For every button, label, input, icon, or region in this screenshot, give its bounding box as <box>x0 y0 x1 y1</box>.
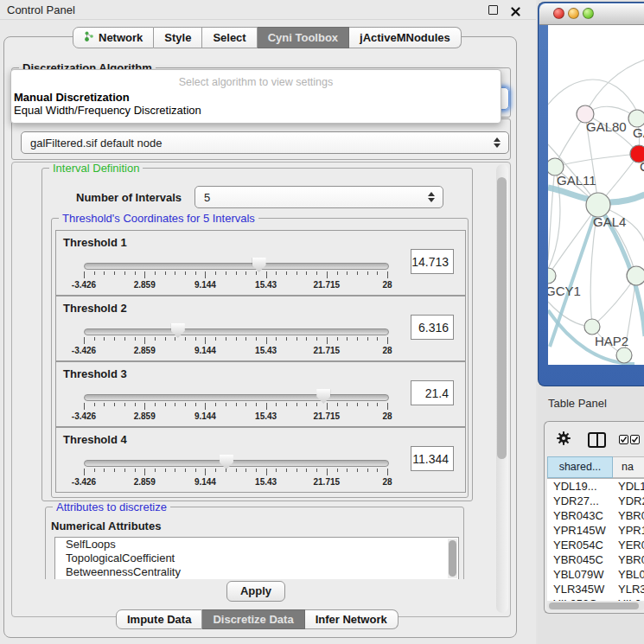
table-row[interactable]: YPR145WYPR1 <box>547 523 644 538</box>
horizontal-scrollbar[interactable] <box>547 602 644 610</box>
network-node-gcy1[interactable] <box>548 268 556 284</box>
dropdown-placeholder-option[interactable]: Select algorithm to view settings <box>11 76 501 88</box>
table-row[interactable]: YDR27...YDR2 <box>547 494 644 508</box>
cell-name[interactable]: YLR3 <box>613 582 644 596</box>
group-title: Attributes to discretize <box>53 501 170 513</box>
table-row[interactable]: YBR045CYBR0 <box>547 552 644 567</box>
cell-name[interactable]: YDL1 <box>613 479 644 494</box>
threshold-value-field[interactable]: 6.316 <box>411 315 454 340</box>
network-canvas[interactable]: GAL80GACGAL11GAL4GCY1HHAP2 <box>548 25 644 365</box>
dropdown-option[interactable]: Manual Discretization <box>11 91 501 104</box>
cell-name[interactable]: YER0 <box>613 538 644 552</box>
tab-style[interactable]: Style <box>154 27 202 48</box>
slider-track[interactable] <box>84 460 389 467</box>
tab-impute-data[interactable]: Impute Data <box>116 609 202 629</box>
apply-button[interactable]: Apply <box>226 581 285 602</box>
gear-icon[interactable] <box>557 431 571 449</box>
close-icon[interactable] <box>511 4 520 14</box>
slider-track[interactable] <box>84 394 389 401</box>
cell-shared-name[interactable]: YLR345W <box>547 582 613 596</box>
slider-thumb[interactable] <box>171 323 185 338</box>
list-scrollbar-thumb[interactable] <box>449 540 456 577</box>
cell-name[interactable]: YBL0 <box>613 567 644 582</box>
cell-shared-name[interactable]: YBR045C <box>547 552 613 567</box>
slider-tick-labels: -3.4262.8599.14415.4321.71528 <box>84 411 387 422</box>
network-node-hap2[interactable] <box>584 319 600 335</box>
table-row[interactable]: YLR345WYLR3 <box>547 582 644 596</box>
cell-name[interactable]: YDR2 <box>613 494 644 508</box>
split-view-icon[interactable] <box>588 432 606 448</box>
attributes-group: Attributes to discretize Numerical Attri… <box>45 507 464 579</box>
threshold-slider[interactable]: -3.4262.8599.14415.4321.71528 <box>84 257 387 291</box>
slider-thumb[interactable] <box>252 258 266 272</box>
interval-definition-group: Interval Definition Number of Intervals … <box>41 168 473 501</box>
cell-name[interactable]: YIL0 <box>613 596 644 601</box>
cell-shared-name[interactable]: YER054C <box>547 538 613 552</box>
threshold-value-field[interactable]: 14.713 <box>411 249 454 274</box>
column-header-name[interactable]: na <box>613 456 644 478</box>
tab-jactivemnodules[interactable]: jActiveMNodules <box>349 27 462 48</box>
close-traffic-light[interactable] <box>553 8 564 19</box>
zoom-traffic-light[interactable] <box>583 8 594 19</box>
table-row[interactable]: YBL079WYBL0 <box>547 567 644 582</box>
slider-thumb[interactable] <box>316 389 330 404</box>
attribute-list-item[interactable]: BetweennessCentrality <box>55 565 458 579</box>
cell-shared-name[interactable]: YBR043C <box>547 508 613 523</box>
tab-select[interactable]: Select <box>202 27 257 48</box>
minimize-traffic-light[interactable] <box>568 8 579 19</box>
checkbox-icon[interactable] <box>619 435 628 444</box>
column-checkboxes[interactable] <box>619 435 640 444</box>
tab-infer-network[interactable]: Infer Network <box>305 609 399 629</box>
table-row[interactable]: YDL19...YDL1 <box>547 479 644 494</box>
tab-cyni-toolbox[interactable]: Cyni Toolbox <box>258 27 349 48</box>
cell-name[interactable]: YBR0 <box>613 508 644 523</box>
scrollbar-thumb[interactable] <box>497 177 507 459</box>
table-data-combobox[interactable]: galFiltered.sif default node <box>21 131 509 154</box>
network-node-gal4[interactable] <box>586 193 610 217</box>
slider-track[interactable] <box>84 328 389 335</box>
attribute-list-item[interactable]: TopologicalCoefficient <box>55 552 458 565</box>
cell-shared-name[interactable]: YIL052C <box>547 596 613 601</box>
threshold-slider[interactable]: -3.4262.8599.14415.4321.71528 <box>84 454 387 488</box>
threshold-slider[interactable]: -3.4262.8599.14415.4321.71528 <box>84 322 387 357</box>
cell-shared-name[interactable]: YDR27... <box>547 494 613 508</box>
panel-title: Control Panel <box>7 3 75 16</box>
dropdown-option[interactable]: Equal Width/Frequency Discretization <box>11 104 501 117</box>
cell-name[interactable]: YBR0 <box>613 552 644 567</box>
table-row[interactable]: YIL052CYIL0 <box>547 596 644 601</box>
table-row[interactable]: YBR043CYBR0 <box>547 508 644 523</box>
attributes-clip: Attributes to discretize Numerical Attri… <box>45 501 464 579</box>
node-label: GAL11 <box>557 173 596 188</box>
vertical-scrollbar[interactable] <box>496 164 508 613</box>
network-node-h[interactable] <box>627 266 644 285</box>
cell-shared-name[interactable]: YBL079W <box>547 567 613 582</box>
number-of-intervals-spinner[interactable]: 5 <box>194 186 443 208</box>
threshold-panel: Threshold 1 -3.4262.8599.14415.4321.7152… <box>55 230 466 296</box>
hscrollbar-thumb[interactable] <box>549 603 639 609</box>
slider-thumb[interactable] <box>220 455 233 469</box>
cell-name[interactable]: YPR1 <box>613 523 644 538</box>
column-header-shared-name[interactable]: shared... <box>547 456 613 478</box>
network-view-window: GAL80GACGAL11GAL4GCY1HHAP2 <box>538 2 644 386</box>
dropdown-options: Manual DiscretizationEqual Width/Frequen… <box>11 91 501 117</box>
tab-label: Cyni Toolbox <box>268 31 338 44</box>
node-label: GCY1 <box>548 284 581 298</box>
threshold-label: Threshold 1 <box>63 236 127 249</box>
cell-shared-name[interactable]: YPR145W <box>547 523 613 538</box>
tab-discretize-data[interactable]: Discretize Data <box>202 609 304 629</box>
list-scrollbar[interactable] <box>448 539 457 578</box>
numerical-attributes-list[interactable]: SelfLoopsTopologicalCoefficientBetweenne… <box>54 537 459 579</box>
network-node[interactable] <box>616 348 632 363</box>
float-icon[interactable] <box>488 5 498 15</box>
table-data-value: galFiltered.sif default node <box>30 137 162 150</box>
network-node-ga[interactable] <box>628 110 644 127</box>
cell-shared-name[interactable]: YDL19... <box>547 479 613 494</box>
table-row[interactable]: YER054CYER0 <box>547 538 644 552</box>
threshold-value-field[interactable]: 11.344 <box>411 446 454 471</box>
slider-track[interactable] <box>84 263 389 270</box>
attribute-list-item[interactable]: SelfLoops <box>55 538 458 552</box>
threshold-slider[interactable]: -3.4262.8599.14415.4321.71528 <box>84 388 387 423</box>
checkbox-icon[interactable] <box>630 435 640 444</box>
tab-network[interactable]: Network <box>73 27 154 48</box>
threshold-value-field[interactable]: 21.4 <box>411 380 454 405</box>
